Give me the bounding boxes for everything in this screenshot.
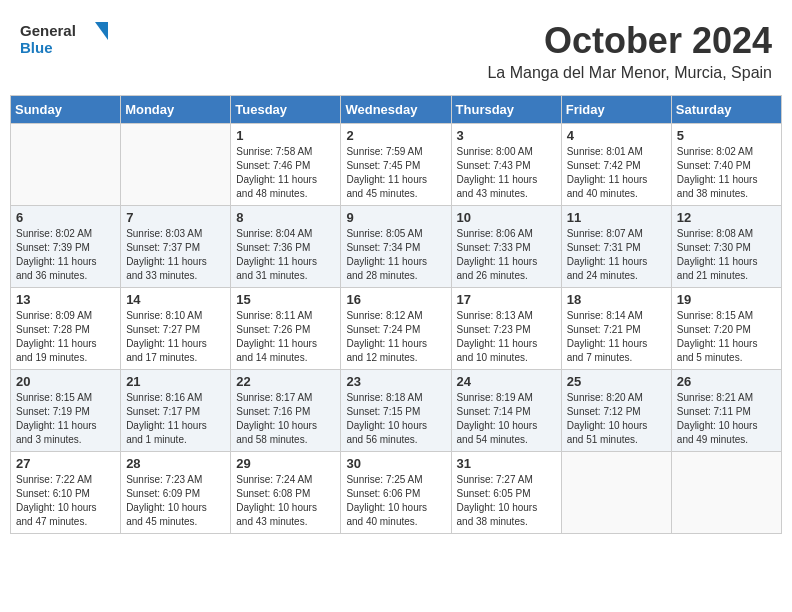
calendar-day-cell: 20Sunrise: 8:15 AMSunset: 7:19 PMDayligh… bbox=[11, 370, 121, 452]
day-info: Sunrise: 8:06 AMSunset: 7:33 PMDaylight:… bbox=[457, 227, 556, 283]
day-info: Sunrise: 8:21 AMSunset: 7:11 PMDaylight:… bbox=[677, 391, 776, 447]
day-number: 20 bbox=[16, 374, 115, 389]
day-info: Sunrise: 8:18 AMSunset: 7:15 PMDaylight:… bbox=[346, 391, 445, 447]
day-info: Sunrise: 7:27 AMSunset: 6:05 PMDaylight:… bbox=[457, 473, 556, 529]
title-block: October 2024 La Manga del Mar Menor, Mur… bbox=[487, 20, 772, 82]
calendar-day-cell: 13Sunrise: 8:09 AMSunset: 7:28 PMDayligh… bbox=[11, 288, 121, 370]
calendar-day-cell: 17Sunrise: 8:13 AMSunset: 7:23 PMDayligh… bbox=[451, 288, 561, 370]
calendar-day-cell: 12Sunrise: 8:08 AMSunset: 7:30 PMDayligh… bbox=[671, 206, 781, 288]
day-info: Sunrise: 7:59 AMSunset: 7:45 PMDaylight:… bbox=[346, 145, 445, 201]
day-number: 19 bbox=[677, 292, 776, 307]
day-info: Sunrise: 8:17 AMSunset: 7:16 PMDaylight:… bbox=[236, 391, 335, 447]
calendar-day-cell: 23Sunrise: 8:18 AMSunset: 7:15 PMDayligh… bbox=[341, 370, 451, 452]
day-number: 29 bbox=[236, 456, 335, 471]
calendar-day-cell: 26Sunrise: 8:21 AMSunset: 7:11 PMDayligh… bbox=[671, 370, 781, 452]
day-number: 7 bbox=[126, 210, 225, 225]
day-info: Sunrise: 8:11 AMSunset: 7:26 PMDaylight:… bbox=[236, 309, 335, 365]
day-info: Sunrise: 8:12 AMSunset: 7:24 PMDaylight:… bbox=[346, 309, 445, 365]
day-number: 30 bbox=[346, 456, 445, 471]
weekday-header-cell: Thursday bbox=[451, 96, 561, 124]
calendar-day-cell bbox=[671, 452, 781, 534]
month-title: October 2024 bbox=[487, 20, 772, 62]
day-number: 15 bbox=[236, 292, 335, 307]
weekday-header-row: SundayMondayTuesdayWednesdayThursdayFrid… bbox=[11, 96, 782, 124]
day-number: 31 bbox=[457, 456, 556, 471]
day-number: 1 bbox=[236, 128, 335, 143]
calendar-body: 1Sunrise: 7:58 AMSunset: 7:46 PMDaylight… bbox=[11, 124, 782, 534]
calendar-day-cell: 31Sunrise: 7:27 AMSunset: 6:05 PMDayligh… bbox=[451, 452, 561, 534]
day-info: Sunrise: 8:03 AMSunset: 7:37 PMDaylight:… bbox=[126, 227, 225, 283]
day-number: 13 bbox=[16, 292, 115, 307]
weekday-header-cell: Tuesday bbox=[231, 96, 341, 124]
day-info: Sunrise: 7:25 AMSunset: 6:06 PMDaylight:… bbox=[346, 473, 445, 529]
day-number: 22 bbox=[236, 374, 335, 389]
day-info: Sunrise: 8:04 AMSunset: 7:36 PMDaylight:… bbox=[236, 227, 335, 283]
svg-marker-2 bbox=[95, 22, 108, 40]
calendar-day-cell: 28Sunrise: 7:23 AMSunset: 6:09 PMDayligh… bbox=[121, 452, 231, 534]
day-info: Sunrise: 8:19 AMSunset: 7:14 PMDaylight:… bbox=[457, 391, 556, 447]
calendar-day-cell: 10Sunrise: 8:06 AMSunset: 7:33 PMDayligh… bbox=[451, 206, 561, 288]
day-info: Sunrise: 8:09 AMSunset: 7:28 PMDaylight:… bbox=[16, 309, 115, 365]
calendar-day-cell: 9Sunrise: 8:05 AMSunset: 7:34 PMDaylight… bbox=[341, 206, 451, 288]
day-number: 16 bbox=[346, 292, 445, 307]
calendar-week-row: 1Sunrise: 7:58 AMSunset: 7:46 PMDaylight… bbox=[11, 124, 782, 206]
weekday-header-cell: Saturday bbox=[671, 96, 781, 124]
calendar-day-cell: 14Sunrise: 8:10 AMSunset: 7:27 PMDayligh… bbox=[121, 288, 231, 370]
day-number: 28 bbox=[126, 456, 225, 471]
calendar-day-cell: 21Sunrise: 8:16 AMSunset: 7:17 PMDayligh… bbox=[121, 370, 231, 452]
day-info: Sunrise: 8:13 AMSunset: 7:23 PMDaylight:… bbox=[457, 309, 556, 365]
day-number: 27 bbox=[16, 456, 115, 471]
calendar-day-cell: 3Sunrise: 8:00 AMSunset: 7:43 PMDaylight… bbox=[451, 124, 561, 206]
calendar-day-cell: 16Sunrise: 8:12 AMSunset: 7:24 PMDayligh… bbox=[341, 288, 451, 370]
calendar-day-cell: 30Sunrise: 7:25 AMSunset: 6:06 PMDayligh… bbox=[341, 452, 451, 534]
calendar-week-row: 27Sunrise: 7:22 AMSunset: 6:10 PMDayligh… bbox=[11, 452, 782, 534]
day-number: 10 bbox=[457, 210, 556, 225]
calendar-day-cell: 6Sunrise: 8:02 AMSunset: 7:39 PMDaylight… bbox=[11, 206, 121, 288]
day-info: Sunrise: 8:10 AMSunset: 7:27 PMDaylight:… bbox=[126, 309, 225, 365]
day-number: 2 bbox=[346, 128, 445, 143]
day-number: 11 bbox=[567, 210, 666, 225]
calendar-day-cell: 29Sunrise: 7:24 AMSunset: 6:08 PMDayligh… bbox=[231, 452, 341, 534]
logo-container: General Blue bbox=[20, 20, 110, 66]
day-info: Sunrise: 8:08 AMSunset: 7:30 PMDaylight:… bbox=[677, 227, 776, 283]
day-info: Sunrise: 7:23 AMSunset: 6:09 PMDaylight:… bbox=[126, 473, 225, 529]
day-info: Sunrise: 7:24 AMSunset: 6:08 PMDaylight:… bbox=[236, 473, 335, 529]
svg-text:General: General bbox=[20, 22, 76, 39]
calendar-day-cell bbox=[561, 452, 671, 534]
day-number: 23 bbox=[346, 374, 445, 389]
weekday-header-cell: Sunday bbox=[11, 96, 121, 124]
day-info: Sunrise: 8:02 AMSunset: 7:39 PMDaylight:… bbox=[16, 227, 115, 283]
day-number: 17 bbox=[457, 292, 556, 307]
day-info: Sunrise: 7:22 AMSunset: 6:10 PMDaylight:… bbox=[16, 473, 115, 529]
svg-text:Blue: Blue bbox=[20, 39, 53, 56]
day-number: 14 bbox=[126, 292, 225, 307]
logo: General Blue bbox=[20, 20, 110, 66]
calendar-day-cell bbox=[121, 124, 231, 206]
location-title: La Manga del Mar Menor, Murcia, Spain bbox=[487, 64, 772, 82]
day-number: 21 bbox=[126, 374, 225, 389]
day-info: Sunrise: 8:01 AMSunset: 7:42 PMDaylight:… bbox=[567, 145, 666, 201]
calendar-day-cell: 7Sunrise: 8:03 AMSunset: 7:37 PMDaylight… bbox=[121, 206, 231, 288]
day-info: Sunrise: 7:58 AMSunset: 7:46 PMDaylight:… bbox=[236, 145, 335, 201]
day-info: Sunrise: 8:15 AMSunset: 7:19 PMDaylight:… bbox=[16, 391, 115, 447]
day-number: 4 bbox=[567, 128, 666, 143]
calendar-day-cell: 2Sunrise: 7:59 AMSunset: 7:45 PMDaylight… bbox=[341, 124, 451, 206]
page-header: General Blue October 2024 La Manga del M… bbox=[10, 10, 782, 87]
calendar-day-cell: 24Sunrise: 8:19 AMSunset: 7:14 PMDayligh… bbox=[451, 370, 561, 452]
day-number: 12 bbox=[677, 210, 776, 225]
calendar-day-cell: 18Sunrise: 8:14 AMSunset: 7:21 PMDayligh… bbox=[561, 288, 671, 370]
day-info: Sunrise: 8:20 AMSunset: 7:12 PMDaylight:… bbox=[567, 391, 666, 447]
day-info: Sunrise: 8:00 AMSunset: 7:43 PMDaylight:… bbox=[457, 145, 556, 201]
day-number: 6 bbox=[16, 210, 115, 225]
calendar-day-cell: 22Sunrise: 8:17 AMSunset: 7:16 PMDayligh… bbox=[231, 370, 341, 452]
day-info: Sunrise: 8:05 AMSunset: 7:34 PMDaylight:… bbox=[346, 227, 445, 283]
day-number: 26 bbox=[677, 374, 776, 389]
weekday-header-cell: Wednesday bbox=[341, 96, 451, 124]
day-number: 9 bbox=[346, 210, 445, 225]
day-number: 18 bbox=[567, 292, 666, 307]
calendar-day-cell: 1Sunrise: 7:58 AMSunset: 7:46 PMDaylight… bbox=[231, 124, 341, 206]
calendar-table: SundayMondayTuesdayWednesdayThursdayFrid… bbox=[10, 95, 782, 534]
calendar-day-cell bbox=[11, 124, 121, 206]
day-info: Sunrise: 8:02 AMSunset: 7:40 PMDaylight:… bbox=[677, 145, 776, 201]
calendar-day-cell: 5Sunrise: 8:02 AMSunset: 7:40 PMDaylight… bbox=[671, 124, 781, 206]
